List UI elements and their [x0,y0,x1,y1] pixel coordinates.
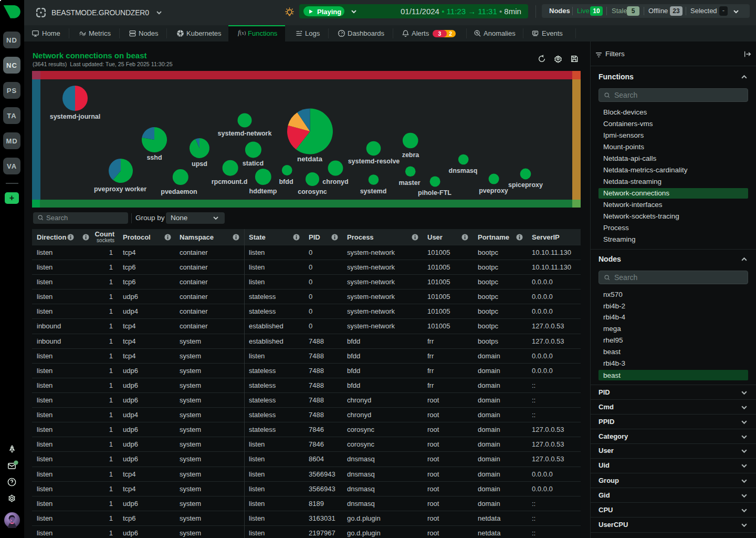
svg-text:zebra: zebra [402,151,420,159]
svg-text:systemd-resolve: systemd-resolve [348,158,400,165]
svg-text:systemd-journal: systemd-journal [50,113,101,120]
svg-text:pihole-FTL: pihole-FTL [418,189,452,196]
svg-text:rpcmount.d: rpcmount.d [212,178,248,185]
svg-text:master: master [399,179,421,187]
svg-text:corosync: corosync [298,188,327,195]
svg-text:hddtemp: hddtemp [249,188,277,195]
svg-text:bfdd: bfdd [279,178,293,185]
svg-text:sshd: sshd [146,154,162,161]
svg-text:spiceproxy: spiceproxy [508,181,543,189]
svg-text:chronyd: chronyd [322,178,348,185]
svg-text:upsd: upsd [192,160,207,168]
svg-text:staticd: staticd [243,160,264,167]
svg-text:pveproxy: pveproxy [479,187,508,194]
svg-text:systemd: systemd [360,188,387,195]
svg-text:netdata: netdata [297,155,323,163]
svg-text:pveproxy worker: pveproxy worker [94,185,146,193]
svg-text:pvedaemon: pvedaemon [161,188,197,195]
svg-text:dnsmasq: dnsmasq [449,167,478,174]
svg-text:systemd-network: systemd-network [218,130,272,137]
